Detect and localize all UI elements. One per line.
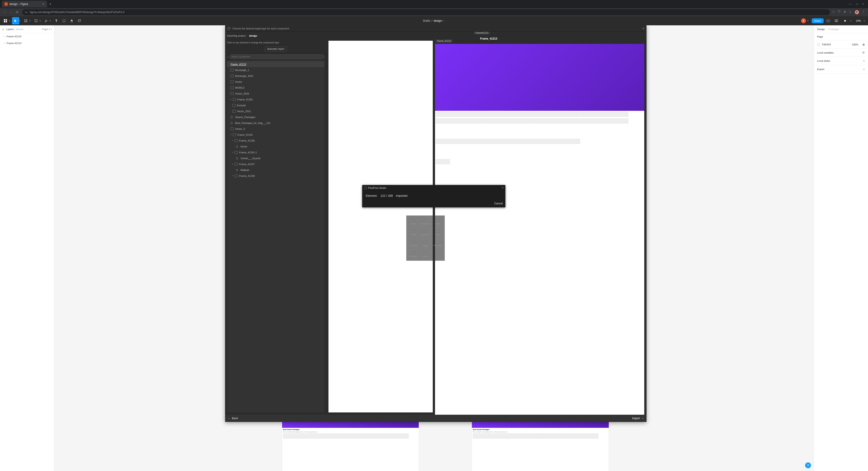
chevron-down-icon[interactable]: ▾	[807, 20, 808, 22]
type-image[interactable]: Image	[432, 217, 443, 227]
preview-design[interactable]	[435, 44, 644, 415]
site-info-icon[interactable]: ⊶	[25, 11, 28, 14]
tree-item[interactable]: ▾Frame_41241-1	[227, 150, 324, 155]
breadcrumb-root[interactable]: Drafts	[423, 19, 430, 22]
forward-icon[interactable]: →	[9, 10, 13, 14]
bookmark-icon[interactable]: ☆	[832, 10, 835, 14]
browser-tab[interactable]: design – Figma ×	[2, 1, 47, 7]
type-radiobutton[interactable]: RadioButton	[420, 217, 431, 227]
page-selector[interactable]: Page 1 ▾	[42, 28, 52, 31]
layers-tab[interactable]: Layers	[6, 28, 14, 31]
type-video[interactable]: Video	[420, 249, 431, 259]
search-component-input[interactable]	[229, 55, 324, 59]
chevron-down-icon[interactable]: ▾	[864, 20, 865, 22]
user-avatar[interactable]: F	[801, 18, 806, 23]
tree-item[interactable]: ▾Frame_41261	[227, 97, 324, 102]
back-icon[interactable]: ←	[3, 10, 6, 14]
page-color-row[interactable]: F5F5F5 100% ◉	[814, 40, 868, 49]
eye-icon[interactable]: ◉	[862, 43, 865, 46]
type-svg[interactable]: SVG	[432, 228, 443, 238]
chevron-down-icon[interactable]: ▾	[39, 20, 41, 22]
tree-item[interactable]: Vector_2521	[227, 108, 324, 114]
layer-item[interactable]: ⌗Frame 41213	[0, 40, 54, 46]
type-label[interactable]: Label	[408, 228, 419, 238]
assets-tab[interactable]: Assets	[16, 28, 24, 31]
move-tool[interactable]	[12, 17, 19, 24]
chevron-down-icon[interactable]: ▾	[232, 139, 233, 142]
import-button[interactable]: Import →	[632, 417, 644, 420]
plus-icon[interactable]: +	[863, 59, 865, 63]
tree-item[interactable]: Rectangle_1822	[227, 73, 324, 79]
comment-tool[interactable]	[76, 17, 83, 24]
tree-item[interactable]: ⬡Search_Packages	[227, 114, 324, 120]
chevron-down-icon[interactable]: ▾	[230, 98, 231, 100]
maximize-icon[interactable]: □	[856, 2, 858, 6]
cancel-button[interactable]: Cancel	[494, 202, 503, 205]
extensions-icon[interactable]: ⛉	[838, 10, 841, 14]
tree-item[interactable]: Vector_3	[227, 126, 324, 132]
automatic-import-button[interactable]: Automatic Import	[265, 46, 287, 51]
chevron-down-icon[interactable]: ▾	[9, 20, 10, 22]
tree-item[interactable]: ⬡Umrah___Ziyarah	[227, 155, 324, 161]
resources-tool[interactable]	[60, 17, 68, 24]
tree-item[interactable]: Vector	[227, 79, 324, 85]
chevron-down-icon[interactable]: ▾	[850, 20, 851, 22]
pen-tool[interactable]	[42, 17, 50, 24]
tree-item[interactable]: ▾Frame_41241	[227, 132, 324, 138]
chevron-down-icon[interactable]: ▾	[50, 20, 51, 22]
tree-item[interactable]: ⬡Home	[227, 144, 324, 150]
breadcrumb-file[interactable]: design	[434, 19, 441, 22]
chevron-down-icon[interactable]: ▾	[442, 20, 444, 22]
present-button[interactable]	[842, 17, 849, 24]
reload-icon[interactable]: ⟳	[16, 10, 19, 14]
tree-item[interactable]: ▾Frame_41236	[227, 138, 324, 144]
chevron-down-icon[interactable]: ▾	[230, 134, 231, 136]
profile-avatar[interactable]: F	[855, 10, 859, 14]
settings-icon[interactable]: ⚙	[862, 51, 865, 54]
tree-item[interactable]: Frame_41213	[227, 61, 324, 67]
local-styles-row[interactable]: Local styles +	[814, 57, 868, 65]
help-button[interactable]: ?	[805, 462, 811, 468]
menu-icon[interactable]: ⋮	[862, 10, 865, 14]
shape-tool[interactable]	[32, 17, 39, 24]
tree-item[interactable]: Exclude	[227, 102, 324, 108]
chevron-down-icon[interactable]: ▾	[19, 20, 20, 22]
type-paragraph[interactable]: Paragraph	[432, 239, 443, 249]
close-window-icon[interactable]: ×	[862, 2, 864, 6]
type-password[interactable]: Password	[420, 228, 431, 238]
type-textarea[interactable]: Text Area	[408, 239, 419, 249]
library-button[interactable]	[833, 17, 840, 24]
chevron-down-icon[interactable]: ▾	[232, 175, 233, 177]
tree-item[interactable]: Rectangle_1	[227, 67, 324, 73]
color-swatch[interactable]	[817, 43, 820, 46]
local-variables-row[interactable]: Local variables ⚙	[814, 49, 868, 57]
zoom-level[interactable]: 24%	[855, 20, 862, 22]
tree-item[interactable]: ⬡Makkah	[227, 167, 324, 173]
new-tab-button[interactable]: +	[47, 2, 54, 6]
close-icon[interactable]: ×	[643, 27, 644, 30]
minimize-icon[interactable]: —	[849, 2, 852, 6]
puzzle-icon[interactable]: ⧉	[844, 10, 846, 14]
chevron-down-icon[interactable]: ▾	[232, 163, 233, 165]
tree-item[interactable]: ▾Frame_41237	[227, 161, 324, 167]
chevron-down-icon[interactable]: ▾	[29, 20, 31, 22]
share-button[interactable]: Share	[812, 18, 824, 23]
address-bar[interactable]: ⊶ figma.com/design/IF0t5zaWuYAnkahdM6fiY…	[22, 9, 830, 15]
plus-icon[interactable]: +	[863, 67, 865, 71]
main-menu-button[interactable]	[2, 17, 9, 24]
close-tab-icon[interactable]: ×	[42, 2, 44, 6]
dev-mode-button[interactable]: </>	[826, 18, 831, 24]
tree-item[interactable]: WORLD	[227, 85, 324, 91]
back-button[interactable]: ← Back	[228, 417, 238, 420]
design-tab[interactable]: Design	[817, 28, 825, 31]
chevron-down-icon[interactable]: ▾	[232, 151, 233, 153]
hand-tool[interactable]	[68, 17, 75, 24]
tree-item[interactable]: ▾Frame_41238	[227, 173, 324, 179]
tree-item[interactable]: ⬡Best_Packages_for_Hajj___Um	[227, 120, 324, 126]
layer-item[interactable]: ⌗Frame 41214	[0, 33, 54, 40]
type-button[interactable]: Button	[408, 217, 419, 227]
type-combobox[interactable]: ComboBox	[408, 249, 419, 259]
search-icon[interactable]: ⌕	[2, 27, 4, 31]
export-row[interactable]: Export +	[814, 65, 868, 73]
prototype-tab[interactable]: Prototype	[829, 28, 839, 31]
